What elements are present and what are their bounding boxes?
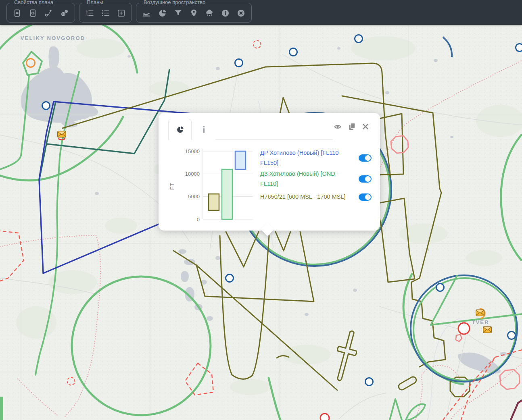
show-on-map-icon bbox=[333, 123, 342, 130]
group-airspace-label: Воздушное пространство bbox=[141, 0, 208, 5]
blue-ring-marker[interactable] bbox=[515, 43, 522, 52]
group-plans: Планы 123 bbox=[79, 3, 132, 23]
clear-icon bbox=[236, 8, 246, 18]
blue-ring-marker[interactable] bbox=[507, 331, 516, 340]
clear-airspace-button[interactable] bbox=[233, 5, 249, 21]
bullet-list-button[interactable] bbox=[98, 5, 113, 21]
cloud-weather-icon bbox=[205, 8, 214, 18]
red-dashed-ring-marker[interactable] bbox=[67, 377, 75, 386]
red-ring-marker[interactable] bbox=[458, 322, 470, 335]
airspace-legend: ДР Хотилово (Новый) [FL110 - FL150]ДЗ Хо… bbox=[260, 148, 372, 205]
location-button[interactable] bbox=[186, 5, 202, 21]
legend-row: Н7650/21 [600 MSL - 1700 MSL] bbox=[260, 189, 372, 205]
copy-icon bbox=[348, 123, 356, 131]
y-tick-label: 5000 bbox=[188, 193, 200, 200]
file-text-icon bbox=[13, 8, 22, 18]
close-popup-button[interactable] bbox=[362, 123, 369, 130]
plane-landing-button[interactable] bbox=[139, 5, 155, 21]
altitude-bar bbox=[222, 169, 232, 219]
popup-actions bbox=[333, 123, 369, 131]
airspace-info-popup: 050001000015000FT ДР Хотилово (Новый) [F… bbox=[159, 113, 380, 231]
envelope-marker[interactable] bbox=[483, 326, 492, 333]
airspace-chart-button[interactable] bbox=[155, 5, 170, 21]
legend-label: ДЗ Хотилово (Новый) [GND - FL110] bbox=[260, 169, 350, 189]
route-button[interactable] bbox=[41, 5, 56, 21]
location-pin-icon bbox=[189, 8, 198, 18]
legend-row: ДР Хотилово (Новый) [FL110 - FL150] bbox=[260, 148, 372, 168]
airspace-info-button[interactable] bbox=[217, 5, 233, 21]
y-tick-label: 15000 bbox=[185, 148, 200, 154]
visibility-toggle[interactable] bbox=[359, 154, 372, 162]
visibility-toggle[interactable] bbox=[359, 193, 372, 201]
blue-ring-marker[interactable] bbox=[42, 101, 50, 110]
weather-button[interactable] bbox=[202, 5, 217, 21]
numbered-list-button[interactable]: 123 bbox=[82, 5, 98, 21]
add-plan-icon bbox=[117, 8, 126, 18]
file-code-button[interactable] bbox=[25, 5, 41, 21]
copy-button[interactable] bbox=[348, 123, 356, 131]
show-on-map-button[interactable] bbox=[333, 123, 342, 130]
legend-label: ДР Хотилово (Новый) [FL110 - FL150] bbox=[260, 148, 350, 168]
add-plan-button[interactable] bbox=[113, 5, 129, 21]
blue-ring-marker[interactable] bbox=[234, 58, 243, 67]
envelope-marker[interactable] bbox=[57, 131, 66, 138]
blue-ring-marker[interactable] bbox=[436, 283, 445, 292]
file-code-icon bbox=[28, 8, 38, 18]
info-icon bbox=[221, 8, 230, 18]
filter-button[interactable] bbox=[170, 5, 186, 21]
y-axis-label: FT bbox=[169, 183, 175, 190]
app-window: VELIKY NOVGORODTVER Свойства плана Планы… bbox=[0, 0, 522, 420]
top-toolbar: Свойства плана Планы 123 Воздушное прост… bbox=[0, 0, 522, 25]
altitude-bar bbox=[209, 194, 219, 210]
blue-ring-marker[interactable] bbox=[289, 48, 298, 56]
file-text-button[interactable] bbox=[9, 5, 25, 21]
envelope-marker[interactable] bbox=[476, 310, 484, 316]
filter-icon bbox=[173, 8, 183, 18]
info-icon bbox=[202, 126, 206, 133]
numbered-list-icon: 123 bbox=[85, 8, 94, 18]
plane-landing-icon bbox=[142, 8, 151, 18]
group-plans-label: Планы bbox=[84, 0, 106, 5]
blue-ring-marker[interactable] bbox=[354, 34, 363, 43]
city-label: TVER bbox=[472, 319, 489, 325]
legend-label: Н7650/21 [600 MSL - 1700 MSL] bbox=[260, 192, 350, 202]
settings-button[interactable] bbox=[56, 5, 72, 21]
group-airspace: Воздушное пространство bbox=[136, 3, 252, 23]
tab-info[interactable] bbox=[192, 119, 215, 140]
tab-altitude-chart[interactable] bbox=[168, 119, 192, 140]
blue-ring-marker[interactable] bbox=[365, 377, 374, 386]
red-ring-marker[interactable] bbox=[320, 413, 330, 420]
blue-ring-marker[interactable] bbox=[225, 274, 234, 283]
group-plan-properties: Свойства плана bbox=[6, 3, 75, 23]
bullet-list-icon bbox=[101, 8, 110, 18]
svg-text:3: 3 bbox=[86, 14, 88, 17]
legend-row: ДЗ Хотилово (Новый) [GND - FL110] bbox=[260, 168, 372, 189]
gears-icon bbox=[60, 8, 69, 18]
close-icon bbox=[362, 123, 369, 130]
group-plan-properties-label: Свойства плана bbox=[12, 0, 56, 5]
pie-chart-icon bbox=[176, 125, 184, 134]
orange-ring-marker[interactable] bbox=[26, 58, 35, 68]
route-icon bbox=[44, 8, 53, 18]
visibility-toggle[interactable] bbox=[359, 175, 372, 183]
red-dashed-ring-marker[interactable] bbox=[253, 40, 261, 49]
city-label: VELIKY NOVGOROD bbox=[21, 35, 86, 41]
pie-chart-icon bbox=[158, 8, 167, 18]
y-tick-label: 0 bbox=[197, 216, 200, 222]
altitude-bar bbox=[235, 151, 246, 169]
y-tick-label: 10000 bbox=[185, 171, 200, 177]
